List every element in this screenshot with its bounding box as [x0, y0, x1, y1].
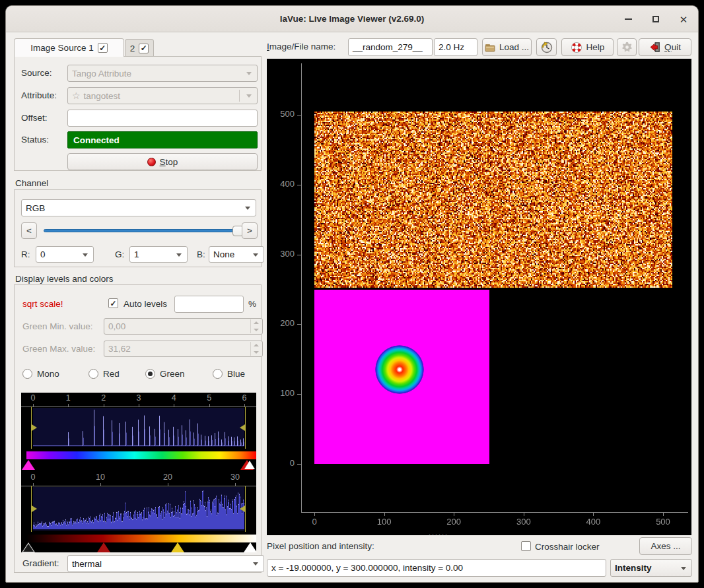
histogram-lower-plot[interactable]: [33, 487, 244, 531]
region-line-right[interactable]: [245, 486, 246, 532]
image-file-input[interactable]: __random_279__: [348, 38, 433, 56]
refresh-rate-input[interactable]: 2.0 Hz: [434, 38, 477, 56]
window-title: laVue: Live Image Viewer (v2.69.0): [280, 14, 424, 24]
image-file-label: Image/File name:: [267, 42, 335, 51]
radio-label: Red: [103, 369, 120, 379]
y-axis-tick-mark: [297, 394, 301, 395]
g-select[interactable]: 1: [129, 246, 188, 263]
region-line-left[interactable]: [31, 407, 32, 449]
gradient-marker-magenta[interactable]: [22, 460, 35, 470]
maximize-button[interactable]: [651, 14, 661, 24]
radio-blue[interactable]: Blue: [213, 369, 245, 379]
spin-up-icon: [254, 344, 259, 346]
y-axis-tick-label: 0: [268, 458, 295, 468]
x-axis-tick-label: 100: [371, 517, 398, 527]
y-axis-line: [301, 63, 302, 513]
noise-image[interactable]: [314, 112, 672, 288]
channel-slider[interactable]: [44, 229, 235, 232]
help-button[interactable]: Help: [561, 38, 614, 56]
channel-mode-select[interactable]: RGB: [21, 199, 256, 216]
max-spinbox[interactable]: 31,62: [104, 341, 263, 357]
source-select[interactable]: Tango Attribute: [67, 65, 258, 82]
histogram-tick-label: 30: [230, 473, 240, 482]
r-select[interactable]: 0: [36, 246, 94, 263]
tab2-checkbox[interactable]: ✓: [139, 44, 149, 53]
quit-label: Quit: [664, 42, 681, 52]
chevron-down-icon: [176, 253, 182, 257]
region-handle-icon: [32, 506, 37, 512]
minimize-icon: [625, 18, 632, 20]
attribute-combo[interactable]: ☆ tangotest: [67, 87, 258, 104]
radio-label: Blue: [227, 369, 245, 379]
gradient-marker-white[interactable]: [244, 461, 255, 469]
maximize-icon: [652, 16, 659, 22]
magenta-square-image[interactable]: [314, 290, 489, 464]
folder-icon: [485, 43, 495, 52]
gradient-bar-spectrum[interactable]: [26, 451, 256, 459]
image-source-pane: Source: Tango Attribute Attribute: ☆ tan…: [14, 56, 262, 171]
beam-spot[interactable]: [375, 345, 424, 394]
x-axis-tick-mark: [314, 513, 315, 516]
tab1-checkbox[interactable]: ✓: [98, 43, 108, 53]
y-axis-tick-label: 200: [268, 318, 295, 328]
minimize-button[interactable]: [623, 14, 633, 24]
combo-separator: [239, 90, 240, 102]
gradient-marker-yellow[interactable]: [171, 542, 184, 552]
x-axis-tick-label: 300: [510, 517, 537, 527]
histogram-tick-label: 0: [31, 393, 36, 403]
axis-line: [21, 486, 256, 486]
channel-box: RGB < > R: 0 G: 1 B: None: [14, 189, 262, 267]
channel-next-button[interactable]: >: [242, 222, 258, 239]
axes-button[interactable]: Axes ...: [639, 537, 692, 555]
region-line-left[interactable]: [31, 486, 32, 532]
tab-image-source-1[interactable]: Image Source 1 ✓: [14, 38, 124, 57]
x-axis-line: [301, 512, 688, 513]
chevron-down-icon: [83, 253, 88, 257]
position-readout[interactable]: x = -19.000000, y = 300.000000, intensit…: [267, 559, 606, 577]
load-button[interactable]: Load ...: [482, 38, 532, 56]
radio-selected-icon: [145, 369, 155, 379]
histogram-tick-label: 1: [66, 393, 71, 403]
settings-button[interactable]: [617, 38, 637, 56]
offset-input[interactable]: [67, 110, 258, 127]
y-axis-tick-label: 100: [268, 388, 295, 398]
gradient-select[interactable]: thermal: [67, 555, 264, 572]
min-spinbox[interactable]: 0,00: [104, 318, 263, 335]
auto-levels-checkbox[interactable]: ✓: [108, 298, 118, 308]
spin-buttons[interactable]: [250, 342, 262, 356]
b-select[interactable]: None: [209, 246, 264, 263]
close-button[interactable]: ✕: [678, 14, 689, 24]
crosshair-checkbox[interactable]: [521, 541, 531, 551]
radio-red[interactable]: Red: [88, 369, 120, 379]
region-line-right[interactable]: [245, 407, 246, 449]
spin-buttons[interactable]: [250, 319, 262, 333]
timer-button[interactable]: [536, 38, 557, 56]
plot-area[interactable]: 50040030020010000100200300400500: [267, 59, 691, 535]
chevron-down-icon: [246, 72, 252, 75]
histogram-lower[interactable]: 0102030: [21, 472, 256, 552]
channel-prev-button[interactable]: <: [21, 222, 37, 239]
gradient-marker-white[interactable]: [244, 542, 257, 552]
gradient-marker-red[interactable]: [97, 542, 110, 552]
histogram-upper[interactable]: 0123456: [21, 393, 256, 472]
splitter-handle[interactable]: ······: [429, 533, 443, 535]
radio-mono[interactable]: Mono: [22, 369, 59, 379]
tab-image-source-2[interactable]: 2 ✓: [125, 39, 154, 57]
intensity-select[interactable]: Intensity: [610, 559, 692, 577]
quit-button[interactable]: Quit: [639, 38, 691, 56]
percent-suffix: %: [248, 299, 256, 309]
x-axis-tick-mark: [663, 513, 664, 516]
region-handle-icon: [240, 506, 245, 512]
stop-button[interactable]: Stop: [67, 153, 258, 170]
gradient-bar-thermal[interactable]: [26, 535, 256, 542]
titlebar[interactable]: laVue: Live Image Viewer (v2.69.0) ✕: [6, 6, 698, 32]
histogram-upper-plot[interactable]: [33, 408, 244, 447]
y-axis-tick-mark: [297, 324, 301, 325]
percent-input[interactable]: [174, 296, 244, 313]
radio-green[interactable]: Green: [145, 369, 185, 379]
region-handle-icon: [32, 424, 37, 431]
gradient-marker-black[interactable]: [23, 544, 34, 552]
display-box: sqrt scale! ✓ Auto levels % Green Min. v…: [14, 284, 262, 573]
x-axis-tick-label: 500: [650, 517, 676, 527]
histogram-tick-label: 0: [31, 473, 36, 482]
